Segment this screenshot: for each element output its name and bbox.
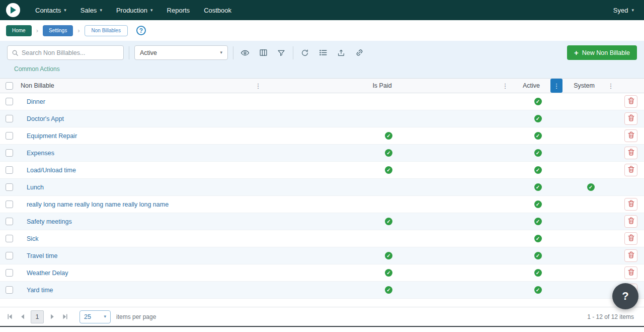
row-system-cell bbox=[564, 110, 618, 127]
items-per-page-label: items per page bbox=[116, 313, 156, 320]
toolbar-divider bbox=[129, 46, 129, 59]
delete-row-button[interactable] bbox=[624, 112, 637, 125]
export-button[interactable] bbox=[335, 46, 348, 59]
row-checkbox[interactable] bbox=[6, 166, 13, 174]
row-name-link[interactable]: Lunch bbox=[27, 184, 44, 191]
search-input[interactable] bbox=[22, 49, 119, 56]
row-is-paid-cell bbox=[265, 213, 512, 230]
system-check-icon bbox=[587, 183, 595, 191]
row-name-link[interactable]: Sick bbox=[27, 235, 39, 242]
visibility-button[interactable] bbox=[238, 46, 252, 59]
breadcrumb-home-button[interactable]: Home bbox=[6, 25, 32, 36]
refresh-button[interactable] bbox=[298, 46, 311, 59]
status-filter-value: Active bbox=[140, 49, 157, 56]
link-button[interactable] bbox=[353, 46, 366, 59]
column-chooser-icon bbox=[259, 48, 268, 57]
paid-check-icon bbox=[385, 132, 392, 140]
row-name-link[interactable]: Load/Unload time bbox=[27, 167, 76, 174]
row-checkbox[interactable] bbox=[6, 132, 13, 140]
nav-item-reports[interactable]: Reports bbox=[167, 7, 190, 14]
column-menu-button-active[interactable] bbox=[550, 79, 562, 93]
row-checkbox[interactable] bbox=[6, 183, 13, 191]
delete-row-button[interactable] bbox=[624, 232, 637, 245]
common-actions-link[interactable]: Common Actions bbox=[14, 65, 60, 73]
filter-button[interactable] bbox=[275, 46, 288, 59]
delete-row-button[interactable] bbox=[624, 249, 637, 262]
row-name-link[interactable]: Doctor's Appt bbox=[27, 115, 64, 122]
page-size-dropdown[interactable]: 25 bbox=[79, 310, 111, 323]
table-row: Equipment Repair bbox=[0, 127, 644, 145]
row-checkbox[interactable] bbox=[6, 218, 13, 225]
delete-row-button[interactable] bbox=[624, 129, 637, 142]
row-checkbox[interactable] bbox=[6, 235, 13, 242]
row-system-cell bbox=[564, 196, 618, 213]
next-page-button[interactable] bbox=[45, 310, 58, 323]
row-checkbox[interactable] bbox=[6, 252, 13, 259]
column-menu-button[interactable] bbox=[499, 79, 511, 93]
row-name-link[interactable]: Safety meetings bbox=[27, 218, 72, 225]
delete-row-button[interactable] bbox=[624, 147, 637, 159]
active-check-icon bbox=[534, 183, 542, 191]
paid-check-icon bbox=[385, 252, 392, 259]
delete-row-button[interactable] bbox=[624, 198, 637, 211]
nav-item-contacts[interactable]: Contacts bbox=[35, 7, 66, 14]
user-menu[interactable]: Syed bbox=[613, 7, 634, 14]
active-check-icon bbox=[534, 286, 542, 294]
filter-icon bbox=[277, 49, 285, 57]
delete-row-button[interactable] bbox=[624, 215, 637, 228]
row-active-cell bbox=[512, 282, 564, 298]
row-name-link[interactable]: really long name really long name really… bbox=[27, 201, 169, 208]
status-filter-dropdown[interactable]: Active bbox=[134, 45, 228, 60]
row-is-paid-cell bbox=[265, 247, 512, 264]
trash-icon bbox=[628, 97, 634, 106]
paid-check-icon bbox=[385, 218, 392, 225]
nav-item-sales[interactable]: Sales bbox=[80, 7, 102, 14]
search-icon bbox=[12, 49, 19, 56]
prev-page-button[interactable] bbox=[16, 310, 29, 323]
delete-row-button[interactable] bbox=[624, 95, 637, 108]
page-number-button[interactable]: 1 bbox=[31, 310, 44, 323]
nav-item-costbook[interactable]: Costbook bbox=[204, 7, 231, 14]
page-help-icon[interactable]: ? bbox=[136, 26, 146, 35]
row-name-link[interactable]: Equipment Repair bbox=[27, 132, 77, 140]
row-checkbox[interactable] bbox=[6, 201, 13, 208]
row-active-cell bbox=[512, 162, 564, 178]
row-checkbox[interactable] bbox=[6, 115, 13, 122]
delete-row-button[interactable] bbox=[624, 164, 637, 176]
chevron-down-icon bbox=[631, 8, 634, 13]
top-navbar: Contacts Sales Production Reports Costbo… bbox=[0, 0, 644, 20]
row-name-cell: Sick bbox=[18, 230, 265, 247]
row-checkbox[interactable] bbox=[6, 98, 13, 105]
paid-check-icon bbox=[385, 269, 392, 277]
column-menu-button[interactable] bbox=[605, 79, 617, 93]
column-label: Non Billable bbox=[21, 82, 252, 89]
row-checkbox[interactable] bbox=[6, 269, 13, 277]
row-checkbox[interactable] bbox=[6, 286, 13, 294]
row-name-link[interactable]: Dinner bbox=[27, 98, 45, 105]
table-row: Doctor's Appt bbox=[0, 110, 644, 127]
nav-item-production[interactable]: Production bbox=[116, 7, 153, 14]
help-fab-button[interactable]: ? bbox=[612, 283, 638, 309]
table-row: Travel time bbox=[0, 247, 644, 264]
select-all-checkbox[interactable] bbox=[6, 82, 13, 90]
delete-row-button[interactable] bbox=[624, 267, 637, 279]
row-active-cell bbox=[512, 127, 564, 144]
brand-logo-icon[interactable] bbox=[6, 3, 20, 17]
last-page-button[interactable] bbox=[58, 310, 71, 323]
list-view-button[interactable] bbox=[316, 46, 330, 59]
chevron-down-icon bbox=[100, 8, 102, 13]
select-all-cell bbox=[0, 79, 18, 93]
row-name-link[interactable]: Expenses bbox=[27, 150, 54, 157]
row-name-link[interactable]: Travel time bbox=[27, 252, 57, 259]
breadcrumb-settings-button[interactable]: Settings bbox=[43, 25, 73, 36]
row-name-link[interactable]: Yard time bbox=[27, 287, 53, 294]
row-name-link[interactable]: Weather Delay bbox=[27, 270, 68, 277]
row-checkbox[interactable] bbox=[6, 149, 13, 157]
first-page-button[interactable] bbox=[3, 310, 16, 323]
column-menu-button[interactable] bbox=[252, 79, 264, 93]
column-chooser-button[interactable] bbox=[257, 46, 270, 59]
pager-range-label: 1 - 12 of 12 items bbox=[587, 313, 634, 320]
pager: 1 25 items per page 1 - 12 of 12 items bbox=[0, 307, 644, 326]
active-check-icon bbox=[534, 166, 542, 174]
new-non-billable-button[interactable]: New Non Billable bbox=[567, 45, 637, 60]
